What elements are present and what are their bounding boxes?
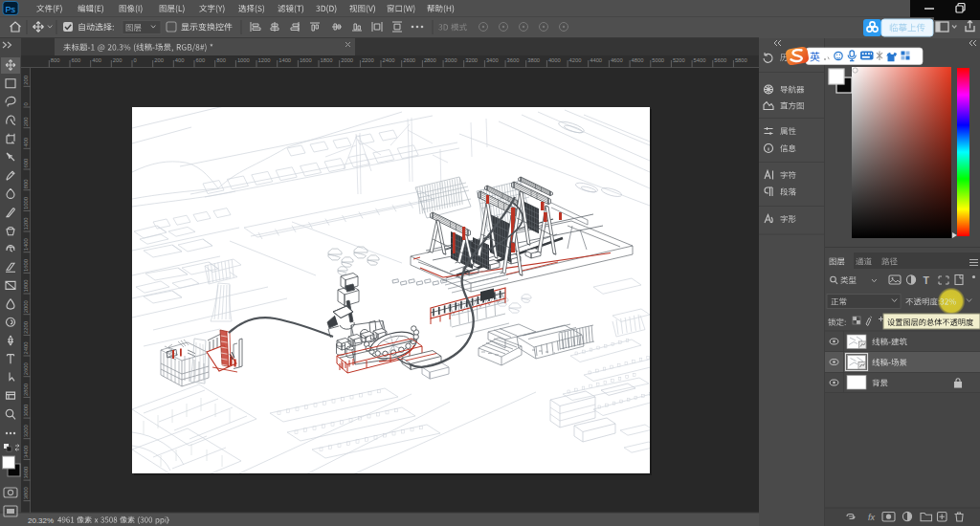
svg-text:200: 200 <box>23 76 29 85</box>
svg-text:5600: 5600 <box>714 57 726 63</box>
svg-text:2400: 2400 <box>383 57 395 63</box>
svg-text:0: 0 <box>23 102 29 105</box>
svg-text:1800: 1800 <box>321 57 333 63</box>
svg-text:3000: 3000 <box>23 405 29 417</box>
svg-text:2800: 2800 <box>424 57 436 63</box>
svg-text:400: 400 <box>23 138 29 147</box>
svg-text:1600: 1600 <box>300 57 312 63</box>
svg-text:800: 800 <box>51 57 60 63</box>
svg-text:T: T <box>924 274 930 286</box>
svg-text:3800: 3800 <box>527 57 540 63</box>
svg-text:3000: 3000 <box>445 57 457 63</box>
svg-text:400: 400 <box>92 57 101 63</box>
svg-text:3400: 3400 <box>23 446 29 458</box>
svg-text:2200: 2200 <box>23 321 29 334</box>
svg-text:200: 200 <box>113 57 122 63</box>
svg-text:200: 200 <box>23 118 29 127</box>
svg-text:1000: 1000 <box>237 57 250 63</box>
svg-text:400: 400 <box>175 57 185 63</box>
svg-text:fx: fx <box>868 513 876 522</box>
svg-text:1600: 1600 <box>23 259 29 272</box>
svg-text:5800: 5800 <box>735 57 747 63</box>
svg-text:3200: 3200 <box>23 425 29 437</box>
svg-text:200: 200 <box>154 57 164 63</box>
svg-text:4600: 4600 <box>611 57 623 63</box>
svg-text:2400: 2400 <box>23 342 29 355</box>
svg-text:3600: 3600 <box>23 467 29 479</box>
svg-text:1800: 1800 <box>23 280 29 293</box>
svg-text:4000: 4000 <box>548 57 561 63</box>
svg-text:3800: 3800 <box>23 487 29 499</box>
svg-text:5200: 5200 <box>673 57 685 63</box>
svg-text:2200: 2200 <box>362 57 374 63</box>
svg-text:3600: 3600 <box>507 57 520 63</box>
svg-text:600: 600 <box>23 159 29 168</box>
svg-text:600: 600 <box>196 57 206 63</box>
svg-text:1200: 1200 <box>258 57 271 63</box>
svg-text:3400: 3400 <box>486 57 499 63</box>
svg-text:2000: 2000 <box>341 57 353 63</box>
svg-text:4400: 4400 <box>590 57 602 63</box>
svg-text:1200: 1200 <box>23 218 29 230</box>
svg-text:800: 800 <box>23 180 29 189</box>
svg-text:5000: 5000 <box>652 57 664 63</box>
svg-text:600: 600 <box>72 57 81 63</box>
svg-text:2000: 2000 <box>23 300 29 313</box>
svg-text:0: 0 <box>134 57 137 63</box>
svg-text:800: 800 <box>216 57 226 63</box>
svg-text:1400: 1400 <box>278 57 291 63</box>
svg-text:2600: 2600 <box>403 57 415 63</box>
svg-text:1400: 1400 <box>23 238 29 251</box>
svg-text:3200: 3200 <box>465 57 478 63</box>
svg-text:4200: 4200 <box>569 57 582 63</box>
svg-text:5400: 5400 <box>694 57 706 63</box>
svg-text:2800: 2800 <box>23 384 29 396</box>
svg-text:4800: 4800 <box>632 57 644 63</box>
svg-text:2600: 2600 <box>23 362 29 375</box>
svg-text:1000: 1000 <box>23 197 29 209</box>
svg-text:20.32%: 20.32% <box>28 516 54 525</box>
svg-text:Ps: Ps <box>6 5 16 14</box>
